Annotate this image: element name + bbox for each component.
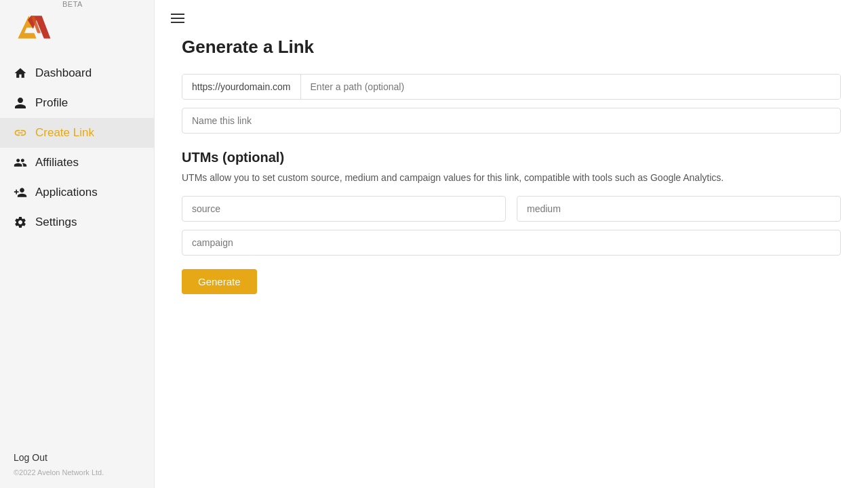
person-icon	[14, 96, 27, 110]
gear-icon	[14, 216, 27, 229]
utm-source-input[interactable]	[182, 196, 506, 222]
url-base-text: https://yourdomain.com	[182, 75, 301, 99]
page-title: Generate a Link	[182, 37, 841, 58]
sidebar-nav: Dashboard Profile Create Link Affiliates…	[0, 53, 154, 441]
logout-link[interactable]: Log Out	[14, 452, 140, 463]
sidebar-item-dashboard-label: Dashboard	[35, 66, 92, 80]
sidebar-item-settings-label: Settings	[35, 216, 77, 229]
sidebar-item-create-link-label: Create Link	[35, 126, 94, 140]
utm-campaign-input[interactable]	[182, 230, 841, 256]
content-area: Generate a Link https://yourdomain.com U…	[155, 30, 868, 321]
home-icon	[14, 66, 27, 80]
sidebar-item-settings[interactable]: Settings	[0, 207, 154, 237]
url-input-row: https://yourdomain.com	[182, 74, 841, 100]
sidebar-item-create-link[interactable]: Create Link	[0, 118, 154, 148]
group-icon	[14, 156, 27, 169]
person-add-icon	[14, 186, 27, 199]
utms-description: UTMs allow you to set custom source, med…	[182, 171, 841, 185]
generate-button[interactable]: Generate	[182, 269, 257, 294]
topbar	[155, 0, 868, 30]
beta-badge: BETA	[62, 0, 83, 8]
utms-title: UTMs (optional)	[182, 150, 841, 165]
sidebar-footer: Log Out ©2022 Avelon Network Ltd.	[0, 441, 154, 488]
utm-source-medium-row	[182, 196, 841, 222]
sidebar-item-profile-label: Profile	[35, 96, 68, 110]
logo-icon	[14, 12, 57, 42]
link-icon	[14, 126, 27, 140]
sidebar-item-applications-label: Applications	[35, 186, 98, 199]
link-name-input[interactable]	[182, 108, 841, 134]
sidebar-item-affiliates-label: Affiliates	[35, 156, 79, 169]
sidebar: BETA Dashboard Profile Create Link Affil…	[0, 0, 155, 488]
sidebar-item-profile[interactable]: Profile	[0, 88, 154, 118]
copyright-text: ©2022 Avelon Network Ltd.	[14, 468, 104, 476]
url-path-input[interactable]	[301, 75, 840, 99]
utm-campaign-row	[182, 230, 841, 256]
sidebar-item-affiliates[interactable]: Affiliates	[0, 148, 154, 178]
main-content: Generate a Link https://yourdomain.com U…	[155, 0, 868, 488]
sidebar-item-dashboard[interactable]: Dashboard	[0, 58, 154, 88]
utm-medium-input[interactable]	[517, 196, 841, 222]
hamburger-menu[interactable]	[171, 14, 184, 23]
logo-area: BETA	[0, 0, 154, 53]
sidebar-item-applications[interactable]: Applications	[0, 178, 154, 207]
